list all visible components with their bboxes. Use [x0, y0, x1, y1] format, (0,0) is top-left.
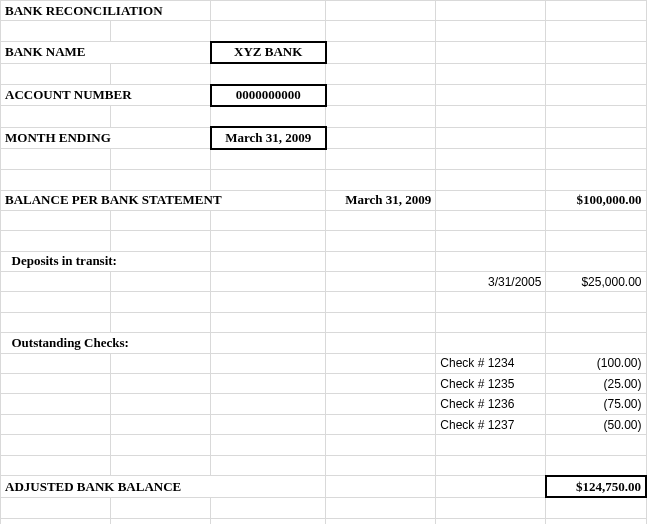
- outstanding-checks-label: Outstanding Checks:: [12, 335, 129, 350]
- month-ending-value: March 31, 2009: [225, 130, 311, 145]
- account-number-value: 0000000000: [236, 87, 301, 102]
- bank-name-label: BANK NAME: [5, 44, 86, 59]
- bank-name-value: XYZ BANK: [234, 44, 302, 59]
- balance-per-bank-date: March 31, 2009: [345, 192, 431, 207]
- month-ending-label: MONTH ENDING: [5, 130, 111, 145]
- title: BANK RECONCILIATION: [5, 3, 206, 19]
- adjusted-bank-balance-amount: $124,750.00: [576, 479, 641, 494]
- check-desc: Check # 1234: [440, 356, 514, 370]
- account-number-label: ACCOUNT NUMBER: [5, 87, 132, 102]
- check-desc: Check # 1237: [440, 418, 514, 432]
- bank-reconciliation-sheet: BANK RECONCILIATION BANK NAME XYZ BANK A…: [0, 0, 647, 524]
- check-desc: Check # 1235: [440, 377, 514, 391]
- check-desc: Check # 1236: [440, 397, 514, 411]
- deposits-in-transit-label: Deposits in transit:: [12, 253, 117, 268]
- balance-per-bank-label: BALANCE PER BANK STATEMENT: [5, 192, 222, 207]
- adjusted-bank-balance-label: ADJUSTED BANK BALANCE: [5, 479, 181, 494]
- check-amount: (100.00): [597, 356, 642, 370]
- deposit-date: 3/31/2005: [488, 275, 541, 289]
- check-amount: (50.00): [603, 418, 641, 432]
- deposit-amount: $25,000.00: [581, 275, 641, 289]
- check-amount: (25.00): [603, 377, 641, 391]
- check-amount: (75.00): [603, 397, 641, 411]
- balance-per-bank-amount: $100,000.00: [577, 192, 642, 207]
- reconciliation-table: BANK RECONCILIATION BANK NAME XYZ BANK A…: [0, 0, 647, 524]
